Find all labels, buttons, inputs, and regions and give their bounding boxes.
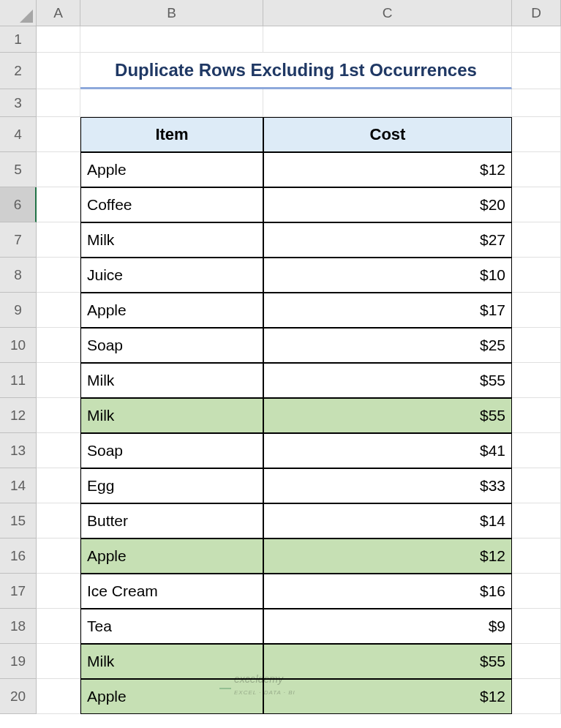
cell-blank[interactable] <box>37 468 80 503</box>
table-row-item[interactable]: Ice Cream <box>80 574 263 609</box>
cell-blank[interactable] <box>37 117 80 152</box>
table-row-item[interactable]: Egg <box>80 468 263 503</box>
row-head-17[interactable]: 17 <box>0 574 37 609</box>
title-cell[interactable]: Duplicate Rows Excluding 1st Occurrences <box>80 53 512 89</box>
table-row-cost[interactable]: $17 <box>263 293 512 328</box>
cell-blank[interactable] <box>512 222 561 258</box>
row-head-3[interactable]: 3 <box>0 89 37 117</box>
cell-blank[interactable] <box>512 89 561 117</box>
table-row-cost[interactable]: $33 <box>263 468 512 503</box>
col-head-a[interactable]: A <box>37 0 80 26</box>
cell-blank[interactable] <box>512 328 561 363</box>
row-head-15[interactable]: 15 <box>0 503 37 539</box>
cell-blank[interactable] <box>37 293 80 328</box>
table-row-item[interactable]: Tea <box>80 609 263 644</box>
table-row-cost[interactable]: $55 <box>263 363 512 398</box>
table-row-cost[interactable]: $27 <box>263 222 512 258</box>
table-row-cost[interactable]: $9 <box>263 609 512 644</box>
cell-blank[interactable] <box>263 89 512 117</box>
cell-blank[interactable] <box>512 398 561 433</box>
row-head-6[interactable]: 6 <box>0 187 37 222</box>
cell-blank[interactable] <box>37 328 80 363</box>
row-head-10[interactable]: 10 <box>0 328 37 363</box>
row-head-18[interactable]: 18 <box>0 609 37 644</box>
col-head-d[interactable]: D <box>512 0 561 26</box>
cell-blank[interactable] <box>37 433 80 468</box>
select-all-corner[interactable] <box>0 0 37 26</box>
cell-blank[interactable] <box>512 258 561 293</box>
cell-blank[interactable] <box>512 679 561 714</box>
table-header-cost[interactable]: Cost <box>263 117 512 152</box>
cell-blank[interactable] <box>37 644 80 679</box>
table-row-item[interactable]: Apple <box>80 539 263 574</box>
table-row-item[interactable]: Milk <box>80 363 263 398</box>
row-head-4[interactable]: 4 <box>0 117 37 152</box>
table-row-item[interactable]: Butter <box>80 503 263 539</box>
table-row-cost[interactable]: $12 <box>263 539 512 574</box>
cell-blank[interactable] <box>37 363 80 398</box>
cell-blank[interactable] <box>512 539 561 574</box>
row-head-1[interactable]: 1 <box>0 26 37 53</box>
cell-blank[interactable] <box>37 574 80 609</box>
table-row-cost[interactable]: $41 <box>263 433 512 468</box>
cell-blank[interactable] <box>37 89 80 117</box>
row-head-16[interactable]: 16 <box>0 539 37 574</box>
col-head-c[interactable]: C <box>263 0 512 26</box>
table-row-item[interactable]: Coffee <box>80 187 263 222</box>
col-head-b[interactable]: B <box>80 0 263 26</box>
cell-blank[interactable] <box>512 53 561 89</box>
cell-blank[interactable] <box>37 679 80 714</box>
cell-blank[interactable] <box>512 117 561 152</box>
cell-blank[interactable] <box>512 363 561 398</box>
cell-blank[interactable] <box>37 609 80 644</box>
table-row-cost[interactable]: $55 <box>263 644 512 679</box>
table-row-item[interactable]: Apple <box>80 152 263 187</box>
row-head-11[interactable]: 11 <box>0 363 37 398</box>
cell-blank[interactable] <box>512 152 561 187</box>
cell-blank[interactable] <box>512 433 561 468</box>
row-head-8[interactable]: 8 <box>0 258 37 293</box>
table-row-item[interactable]: Milk <box>80 222 263 258</box>
row-head-7[interactable]: 7 <box>0 222 37 258</box>
table-row-item[interactable]: Soap <box>80 328 263 363</box>
cell-blank[interactable] <box>512 503 561 539</box>
cell-blank[interactable] <box>80 26 263 53</box>
table-row-item[interactable]: Milk <box>80 398 263 433</box>
cell-blank[interactable] <box>512 468 561 503</box>
cell-blank[interactable] <box>37 152 80 187</box>
table-row-cost[interactable]: $25 <box>263 328 512 363</box>
cell-blank[interactable] <box>37 539 80 574</box>
table-row-item[interactable]: Juice <box>80 258 263 293</box>
cell-blank[interactable] <box>37 222 80 258</box>
cell-blank[interactable] <box>37 503 80 539</box>
table-row-cost[interactable]: $10 <box>263 258 512 293</box>
table-header-item[interactable]: Item <box>80 117 263 152</box>
row-head-20[interactable]: 20 <box>0 679 37 714</box>
cell-blank[interactable] <box>512 574 561 609</box>
row-head-5[interactable]: 5 <box>0 152 37 187</box>
row-head-2[interactable]: 2 <box>0 53 37 89</box>
row-head-14[interactable]: 14 <box>0 468 37 503</box>
table-row-cost[interactable]: $20 <box>263 187 512 222</box>
cell-blank[interactable] <box>37 53 80 89</box>
cell-blank[interactable] <box>263 26 512 53</box>
row-head-13[interactable]: 13 <box>0 433 37 468</box>
cell-blank[interactable] <box>512 609 561 644</box>
row-head-9[interactable]: 9 <box>0 293 37 328</box>
table-row-cost[interactable]: $12 <box>263 679 512 714</box>
cell-blank[interactable] <box>37 398 80 433</box>
table-row-cost[interactable]: $14 <box>263 503 512 539</box>
cell-blank[interactable] <box>37 258 80 293</box>
cell-blank[interactable] <box>512 26 561 53</box>
table-row-item[interactable]: Apple <box>80 293 263 328</box>
cell-blank[interactable] <box>512 644 561 679</box>
cell-blank[interactable] <box>512 187 561 222</box>
cell-blank[interactable] <box>80 89 263 117</box>
row-head-19[interactable]: 19 <box>0 644 37 679</box>
table-row-cost[interactable]: $12 <box>263 152 512 187</box>
spreadsheet-grid[interactable]: ABCD12Duplicate Rows Excluding 1st Occur… <box>0 0 561 714</box>
cell-blank[interactable] <box>512 293 561 328</box>
cell-blank[interactable] <box>37 26 80 53</box>
table-row-cost[interactable]: $55 <box>263 398 512 433</box>
row-head-12[interactable]: 12 <box>0 398 37 433</box>
